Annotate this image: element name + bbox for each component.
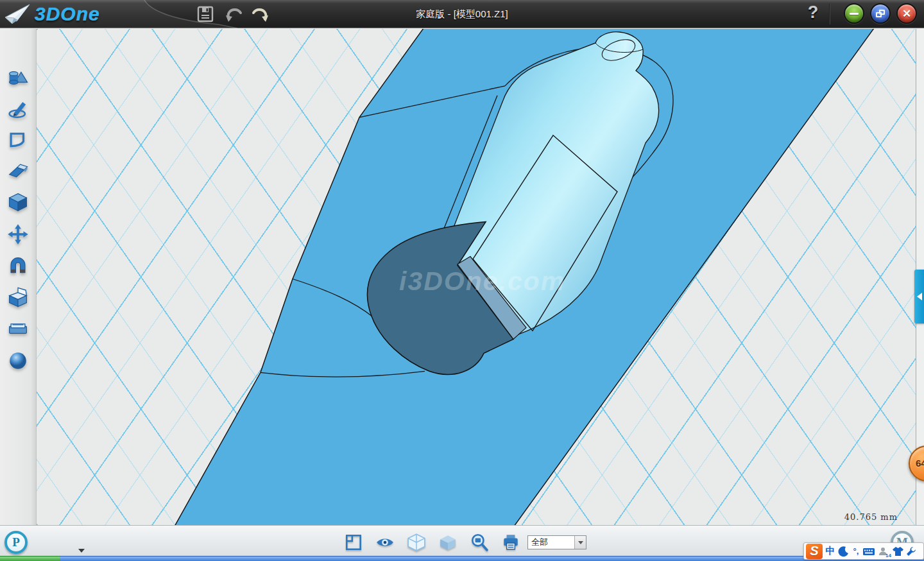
restore-icon [876, 10, 885, 17]
panel-expand-tab[interactable] [914, 270, 924, 324]
ime-logo[interactable]: S [806, 544, 823, 559]
wireframe-cube-icon[interactable] [407, 533, 426, 552]
dropdown-button[interactable] [574, 536, 586, 549]
sketch-edit-tool[interactable] [7, 129, 29, 151]
left-toolbar [0, 29, 37, 525]
ime-user-icon[interactable]: 14 [877, 544, 891, 558]
close-icon: ✕ [902, 8, 911, 19]
snap-magnet-tool[interactable] [7, 255, 29, 277]
minimize-icon [850, 13, 859, 15]
taskbar-blue-segment[interactable] [60, 556, 924, 561]
taskbar-edge-strip [0, 556, 924, 561]
ime-toolbar: S 中 °, 14 [803, 542, 924, 560]
bottom-status-bar: P 全部 M [0, 525, 924, 556]
plugin-p-badge[interactable]: P [4, 531, 28, 554]
ime-language-toggle[interactable]: 中 [824, 544, 837, 558]
minimize-button[interactable] [844, 3, 864, 24]
titlebar-separator [829, 4, 830, 24]
measure-tool[interactable] [7, 318, 29, 340]
sweep-feature-tool[interactable] [7, 160, 29, 182]
print-icon[interactable] [501, 533, 520, 552]
zoom-camera-icon[interactable] [470, 533, 489, 552]
measurement-label: 40.765 mm [844, 512, 898, 522]
move-tool[interactable] [7, 223, 29, 245]
window-title: 家庭版 - [模型001.Z1] [0, 0, 924, 28]
plugin-p-caret-icon[interactable] [78, 549, 85, 553]
solid-box-tool[interactable] [7, 191, 29, 213]
chevron-down-icon [578, 541, 583, 544]
layout-corner-icon[interactable] [344, 533, 363, 552]
visibility-eye-icon[interactable] [375, 533, 395, 552]
shaded-cube-icon[interactable] [438, 533, 458, 552]
special-shape-tool[interactable] [7, 286, 29, 308]
restore-button[interactable] [870, 3, 891, 24]
collapse-arrow-icon [917, 293, 922, 300]
ime-user-badge: 14 [886, 553, 891, 558]
title-bar: 3DOne 家庭版 - [模型001.Z1] ? ✕ [0, 0, 924, 28]
wrench-icon[interactable] [905, 544, 917, 558]
moon-icon[interactable] [838, 544, 850, 558]
watermark: i3DOne.com [399, 266, 565, 296]
display-filter-value: 全部 [528, 536, 574, 549]
keyboard-icon[interactable] [862, 544, 875, 558]
3done-app-window: { "window": { "brand": "3DOne", "title":… [0, 0, 924, 561]
taskbar-green-segment[interactable] [0, 556, 60, 561]
display-filter-dropdown[interactable]: 全部 [527, 535, 586, 549]
material-sphere-tool[interactable] [7, 350, 29, 372]
skin-shirt-icon[interactable] [892, 544, 904, 558]
3d-viewport[interactable]: i3DOne.com 40.765 mm [37, 29, 916, 525]
primitives-tool[interactable] [7, 67, 29, 89]
help-button[interactable]: ? [803, 3, 823, 26]
close-button[interactable]: ✕ [896, 3, 917, 24]
3d-canvas: i3DOne.com [37, 29, 916, 525]
sketch-draw-tool[interactable] [7, 98, 29, 120]
ime-punctuation-toggle[interactable]: °, [851, 544, 861, 558]
